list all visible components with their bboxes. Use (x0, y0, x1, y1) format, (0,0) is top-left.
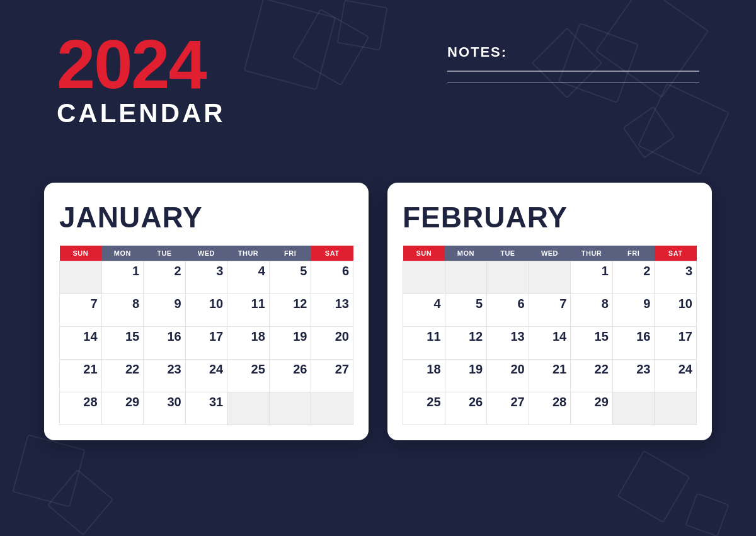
calendar-day-cell: 1 (101, 261, 144, 294)
feb-mon-header: MON (445, 246, 487, 261)
calendar-day-cell (403, 261, 445, 294)
february-grid: SUN MON TUE WED THUR FRI SAT 12345678910… (403, 246, 697, 425)
table-row: 2526272829 (403, 392, 697, 425)
calendar-day-cell: 13 (487, 327, 529, 360)
january-title: JANUARY (59, 200, 353, 234)
calendar-day-cell: 18 (227, 327, 270, 360)
calendar-day-cell: 11 (403, 327, 445, 360)
calendar-day-cell (612, 392, 655, 425)
calendar-day-cell: 1 (571, 261, 613, 294)
calendar-day-cell: 21 (60, 360, 102, 392)
calendar-day-cell: 8 (101, 294, 144, 327)
calendar-day-cell: 2 (144, 261, 186, 294)
jan-wed-header: WED (185, 246, 227, 261)
jan-thur-header: THUR (227, 246, 270, 261)
table-row: 18192021222324 (403, 360, 697, 392)
calendar-day-cell: 22 (101, 360, 144, 392)
calendar-day-cell: 17 (655, 327, 697, 360)
calendar-day-cell: 4 (403, 294, 445, 327)
jan-sat-header: SAT (311, 246, 353, 261)
calendar-day-cell: 5 (269, 261, 311, 294)
calendar-day-cell: 15 (101, 327, 144, 360)
calendar-day-cell: 29 (101, 392, 144, 425)
calendar-day-cell: 22 (571, 360, 613, 392)
table-row: 28293031 (60, 392, 353, 425)
calendar-day-cell: 30 (144, 392, 186, 425)
calendar-day-cell: 18 (403, 360, 445, 392)
table-row: 11121314151617 (403, 327, 697, 360)
table-row: 123456 (60, 261, 353, 294)
calendar-day-cell: 19 (445, 360, 487, 392)
calendar-day-cell: 6 (487, 294, 529, 327)
calendar-day-cell: 10 (185, 294, 227, 327)
calendar-day-cell: 4 (227, 261, 270, 294)
calendar-day-cell: 24 (655, 360, 697, 392)
calendar-day-cell: 11 (227, 294, 270, 327)
calendar-day-cell (529, 261, 571, 294)
calendar-day-cell (311, 392, 353, 425)
calendar-day-cell: 13 (311, 294, 353, 327)
february-header-row: SUN MON TUE WED THUR FRI SAT (403, 246, 697, 261)
jan-sun-header: SUN (60, 246, 102, 261)
calendar-day-cell: 16 (144, 327, 186, 360)
feb-thur-header: THUR (571, 246, 613, 261)
notes-block: NOTES: (447, 44, 699, 83)
calendar-day-cell: 2 (612, 261, 655, 294)
notes-label: NOTES: (447, 44, 699, 60)
jan-tue-header: TUE (144, 246, 186, 261)
calendar-day-cell: 10 (655, 294, 697, 327)
table-row: 45678910 (403, 294, 697, 327)
calendars-container: JANUARY SUN MON TUE WED THUR FRI SAT 123… (44, 183, 712, 440)
calendar-day-cell (487, 261, 529, 294)
feb-wed-header: WED (529, 246, 571, 261)
calendar-day-cell: 23 (612, 360, 655, 392)
table-row: 78910111213 (60, 294, 353, 327)
calendar-day-cell: 27 (311, 360, 353, 392)
calendar-day-cell: 6 (311, 261, 353, 294)
february-title: FEBRUARY (403, 200, 697, 234)
calendar-day-cell: 20 (487, 360, 529, 392)
feb-fri-header: FRI (612, 246, 655, 261)
january-grid: SUN MON TUE WED THUR FRI SAT 12345678910… (59, 246, 353, 425)
notes-line-2 (447, 82, 699, 83)
calendar-day-cell: 14 (60, 327, 102, 360)
calendar-day-cell: 9 (144, 294, 186, 327)
calendar-day-cell: 16 (612, 327, 655, 360)
jan-fri-header: FRI (269, 246, 311, 261)
jan-mon-header: MON (101, 246, 144, 261)
calendar-day-cell: 25 (227, 360, 270, 392)
year-text: 2024 (57, 31, 226, 98)
calendar-day-cell: 27 (487, 392, 529, 425)
calendar-day-cell: 17 (185, 327, 227, 360)
feb-sun-header: SUN (403, 246, 445, 261)
calendar-day-cell: 12 (269, 294, 311, 327)
calendar-day-cell: 9 (612, 294, 655, 327)
calendar-day-cell: 23 (144, 360, 186, 392)
calendar-day-cell: 8 (571, 294, 613, 327)
calendar-day-cell (445, 261, 487, 294)
calendar-day-cell (60, 261, 102, 294)
january-card: JANUARY SUN MON TUE WED THUR FRI SAT 123… (44, 183, 369, 440)
calendar-day-cell: 20 (311, 327, 353, 360)
table-row: 14151617181920 (60, 327, 353, 360)
calendar-day-cell: 3 (655, 261, 697, 294)
calendar-day-cell: 26 (269, 360, 311, 392)
calendar-day-cell: 5 (445, 294, 487, 327)
calendar-day-cell: 7 (60, 294, 102, 327)
title-block: 2024 CALENDAR (57, 31, 226, 127)
calendar-day-cell: 29 (571, 392, 613, 425)
calendar-day-cell: 19 (269, 327, 311, 360)
feb-tue-header: TUE (487, 246, 529, 261)
calendar-day-cell: 31 (185, 392, 227, 425)
calendar-day-cell: 12 (445, 327, 487, 360)
calendar-day-cell: 26 (445, 392, 487, 425)
calendar-day-cell: 25 (403, 392, 445, 425)
table-row: 21222324252627 (60, 360, 353, 392)
header: 2024 CALENDAR NOTES: (0, 0, 756, 127)
feb-sat-header: SAT (655, 246, 697, 261)
calendar-day-cell: 28 (60, 392, 102, 425)
calendar-day-cell: 21 (529, 360, 571, 392)
calendar-day-cell (269, 392, 311, 425)
february-card: FEBRUARY SUN MON TUE WED THUR FRI SAT 12… (387, 183, 712, 440)
calendar-day-cell: 15 (571, 327, 613, 360)
